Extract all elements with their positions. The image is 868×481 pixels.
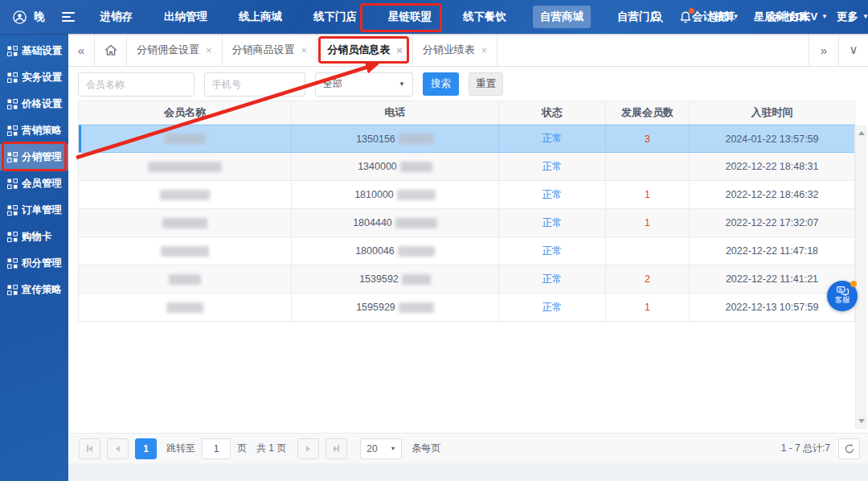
- join-time: 2022-12-22 11:47:18: [690, 237, 854, 265]
- tab-fenxiao-yongjin[interactable]: 分销佣金设置 ×: [127, 34, 223, 66]
- table-row[interactable]: 1810000 正常 1 2022-12-22 18:46:32: [78, 181, 855, 209]
- tabs-expand-icon[interactable]: »: [809, 34, 838, 66]
- sidebar-item-yingxiao[interactable]: 营销策略: [0, 117, 68, 144]
- module-icon: [7, 205, 18, 216]
- table-row[interactable]: 1804440 正常 1 2022-12-22 17:32:07: [78, 209, 855, 237]
- col-join-time[interactable]: 入驻时间: [690, 101, 854, 124]
- table-row[interactable]: 1340000 正常 2022-12-22 18:48:31: [78, 153, 855, 181]
- table-row[interactable]: 1539592 正常 2 2022-12-22 11:41:21: [78, 265, 855, 294]
- navbar-user-area: 晚: [0, 10, 75, 24]
- sidebar-item-shiwu[interactable]: 实务设置: [0, 64, 68, 91]
- develop-count: 1: [606, 209, 690, 236]
- nav-item-xianxia-canyin[interactable]: 线下餐饮: [458, 6, 511, 28]
- status-badge: 正常: [499, 153, 606, 180]
- tab-fenxiao-yeji[interactable]: 分销业绩表 ×: [413, 34, 498, 66]
- reset-button[interactable]: 重置: [469, 72, 503, 96]
- home-icon[interactable]: [95, 34, 127, 66]
- scroll-down-icon[interactable]: [858, 419, 865, 423]
- sidebar-item-fenxiao[interactable]: 分销管理: [0, 144, 68, 171]
- navbar-right: 总部 ▼ 星辰科技DEV ▼ ⋮: [651, 0, 858, 34]
- sidebar-item-gouwuka[interactable]: 购物卡: [0, 224, 68, 250]
- member-table: 会员名称 电话 状态 发展会员数 入驻时间 1350156 正常 3 2024-…: [78, 101, 855, 322]
- nav-item-jinxiaocun[interactable]: 进销存: [96, 6, 138, 28]
- status-badge: 正常: [499, 125, 606, 152]
- search-icon[interactable]: [651, 10, 664, 23]
- module-icon: [7, 99, 18, 109]
- col-phone[interactable]: 电话: [292, 101, 499, 124]
- prev-page-button[interactable]: [107, 438, 129, 459]
- phone-cell: 1810000: [292, 181, 499, 208]
- phone-input[interactable]: [204, 72, 305, 97]
- sidebar-item-jiage[interactable]: 价格设置: [0, 91, 68, 117]
- top-navbar: 晚 进销存 出纳管理 线上商城 线下门店 星链联盟 线下餐饮 自营商城 自营门店…: [0, 0, 868, 34]
- nav-item-ziying-shangcheng[interactable]: 自营商城: [533, 6, 591, 28]
- status-select[interactable]: 全部 ▼: [315, 72, 413, 97]
- notification-dot: [689, 8, 694, 14]
- nav-item-xianxia-mendian[interactable]: 线下门店: [309, 6, 362, 28]
- fab-notification-dot: [850, 281, 857, 287]
- tab-fenxiaoyuan-xinxi[interactable]: 分销员信息表 ×: [317, 34, 413, 66]
- table-row[interactable]: 1595929 正常 1 2022-12-13 10:57:59: [78, 294, 855, 322]
- last-page-button[interactable]: [326, 438, 347, 459]
- refresh-button[interactable]: [838, 438, 860, 459]
- member-name-redacted: [79, 153, 292, 180]
- nav-item-chuna[interactable]: 出纳管理: [159, 6, 212, 28]
- page-size-select[interactable]: 20 ▼: [360, 438, 402, 459]
- col-develop-count[interactable]: 发展会员数: [606, 101, 690, 124]
- page-number-button[interactable]: 1: [135, 438, 157, 459]
- avatar-icon[interactable]: [13, 10, 27, 24]
- jump-page-input[interactable]: [202, 438, 231, 459]
- sidebar-item-jifen[interactable]: 积分管理: [0, 250, 68, 277]
- nav-item-xianshang[interactable]: 线上商城: [234, 6, 287, 28]
- table-row[interactable]: 1350156 正常 3 2024-01-22 13:57:59: [78, 125, 855, 153]
- sidebar-item-huiyuan[interactable]: 会员管理: [0, 171, 68, 197]
- sidebar-item-xuanchuan[interactable]: 宣传策略: [0, 277, 68, 303]
- chevron-down-icon: ▼: [732, 14, 739, 20]
- status-badge: 正常: [499, 265, 606, 293]
- phone-cell: 1350156: [292, 125, 499, 152]
- table-row[interactable]: 1800046 正常 2022-12-22 11:47:18: [78, 237, 855, 265]
- user-name[interactable]: 晚: [34, 10, 45, 24]
- footer-strip: [68, 463, 868, 481]
- member-name-redacted: [79, 181, 292, 208]
- total-pages: 共 1 页: [256, 442, 286, 455]
- close-icon[interactable]: ×: [396, 44, 403, 56]
- menu-toggle-icon[interactable]: [62, 12, 75, 22]
- close-icon[interactable]: ×: [481, 44, 488, 56]
- kebab-menu-icon[interactable]: ⋮: [843, 10, 858, 24]
- close-icon[interactable]: ×: [206, 44, 212, 56]
- phone-cell: 1800046: [292, 237, 499, 265]
- phone-cell: 1340000: [292, 153, 499, 180]
- first-page-button[interactable]: [79, 438, 100, 459]
- close-icon[interactable]: ×: [301, 44, 308, 56]
- status-badge: 正常: [499, 294, 606, 321]
- org-selector[interactable]: 总部 ▼: [707, 10, 739, 24]
- sidebar-item-dingdan[interactable]: 订单管理: [0, 197, 68, 224]
- member-name-redacted: [79, 237, 292, 265]
- col-member-name[interactable]: 会员名称: [79, 101, 292, 124]
- member-name-redacted: [79, 294, 292, 321]
- join-time: 2022-12-22 18:48:31: [690, 153, 854, 180]
- tabs-collapse-icon[interactable]: «: [68, 34, 95, 66]
- scroll-up-icon[interactable]: [858, 131, 865, 135]
- module-icon: [7, 179, 18, 189]
- caret-down-icon: ▼: [390, 446, 395, 451]
- customer-service-button[interactable]: 客服: [827, 281, 858, 311]
- tenant-selector[interactable]: 星辰科技DEV ▼: [754, 10, 828, 24]
- sidebar-item-jichu[interactable]: 基础设置: [0, 38, 68, 64]
- next-page-button[interactable]: [297, 438, 319, 459]
- search-button[interactable]: 搜索: [423, 72, 459, 96]
- member-name-input[interactable]: [78, 72, 194, 97]
- pagination-bar: 1 跳转至 页 共 1 页 20 ▼ 条每页 1 - 7 总计:7: [69, 433, 868, 463]
- module-icon: [7, 152, 18, 162]
- col-status[interactable]: 状态: [499, 101, 606, 124]
- phone-cell: 1804440: [292, 209, 499, 236]
- notification-bell-icon[interactable]: [679, 10, 692, 24]
- table-scrollbar[interactable]: [855, 125, 866, 429]
- tab-fenxiao-shangpin[interactable]: 分销商品设置 ×: [223, 34, 318, 66]
- chevron-down-icon: ▼: [862, 14, 868, 20]
- module-icon: [7, 232, 18, 242]
- nav-item-xinglian[interactable]: 星链联盟: [383, 6, 436, 28]
- tabs-dropdown-icon[interactable]: ∨: [838, 34, 868, 66]
- join-time: 2022-12-22 17:32:07: [690, 209, 854, 236]
